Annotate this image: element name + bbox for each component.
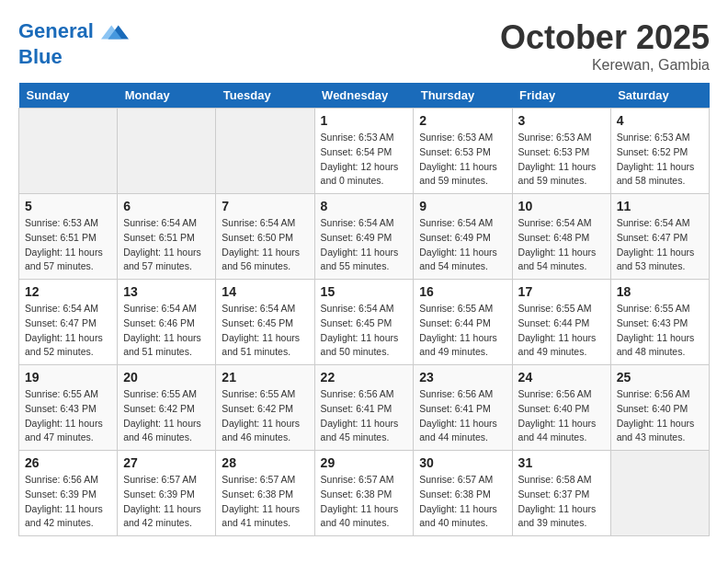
day-info: Sunrise: 6:54 AMSunset: 6:47 PMDaylight:… <box>25 302 111 360</box>
calendar-cell: 30Sunrise: 6:57 AMSunset: 6:38 PMDayligh… <box>414 451 512 536</box>
calendar-cell: 16Sunrise: 6:55 AMSunset: 6:44 PMDayligh… <box>414 280 512 365</box>
day-header-friday: Friday <box>512 83 610 109</box>
logo: General Blue <box>18 18 129 68</box>
week-row-5: 26Sunrise: 6:56 AMSunset: 6:39 PMDayligh… <box>19 451 710 536</box>
day-info: Sunrise: 6:55 AMSunset: 6:42 PMDaylight:… <box>222 387 308 445</box>
day-number: 4 <box>617 113 703 128</box>
calendar-cell: 26Sunrise: 6:56 AMSunset: 6:39 PMDayligh… <box>19 451 118 536</box>
calendar-cell: 4Sunrise: 6:53 AMSunset: 6:52 PMDaylight… <box>610 109 709 194</box>
calendar-cell: 2Sunrise: 6:53 AMSunset: 6:53 PMDaylight… <box>414 109 512 194</box>
calendar-cell: 5Sunrise: 6:53 AMSunset: 6:51 PMDaylight… <box>19 194 118 280</box>
logo-text: General Blue <box>18 18 129 68</box>
day-info: Sunrise: 6:56 AMSunset: 6:41 PMDaylight:… <box>321 387 408 445</box>
day-number: 13 <box>123 284 210 299</box>
day-number: 14 <box>222 284 308 299</box>
day-number: 29 <box>321 455 408 470</box>
day-number: 12 <box>25 284 111 299</box>
day-number: 6 <box>123 199 210 213</box>
day-number: 10 <box>518 199 605 213</box>
day-info: Sunrise: 6:55 AMSunset: 6:43 PMDaylight:… <box>617 302 703 360</box>
calendar-body: 1Sunrise: 6:53 AMSunset: 6:54 PMDaylight… <box>19 109 710 536</box>
calendar-cell: 21Sunrise: 6:55 AMSunset: 6:42 PMDayligh… <box>216 365 314 451</box>
week-row-1: 1Sunrise: 6:53 AMSunset: 6:54 PMDaylight… <box>19 109 710 194</box>
calendar-cell: 9Sunrise: 6:54 AMSunset: 6:49 PMDaylight… <box>414 194 512 280</box>
day-info: Sunrise: 6:53 AMSunset: 6:51 PMDaylight:… <box>25 216 111 274</box>
day-number: 15 <box>321 284 408 299</box>
day-header-thursday: Thursday <box>414 83 512 109</box>
day-info: Sunrise: 6:54 AMSunset: 6:49 PMDaylight:… <box>419 216 506 274</box>
day-info: Sunrise: 6:53 AMSunset: 6:52 PMDaylight:… <box>617 131 703 189</box>
day-number: 28 <box>222 455 308 470</box>
day-number: 11 <box>617 199 703 213</box>
day-number: 31 <box>518 455 605 470</box>
day-number: 18 <box>617 284 703 299</box>
day-info: Sunrise: 6:54 AMSunset: 6:47 PMDaylight:… <box>617 216 703 274</box>
day-number: 22 <box>321 370 408 385</box>
day-info: Sunrise: 6:57 AMSunset: 6:38 PMDaylight:… <box>222 473 308 531</box>
calendar-cell: 22Sunrise: 6:56 AMSunset: 6:41 PMDayligh… <box>314 365 414 451</box>
day-info: Sunrise: 6:56 AMSunset: 6:40 PMDaylight:… <box>518 387 605 445</box>
day-info: Sunrise: 6:53 AMSunset: 6:53 PMDaylight:… <box>419 131 506 189</box>
calendar-cell: 29Sunrise: 6:57 AMSunset: 6:38 PMDayligh… <box>314 451 414 536</box>
day-header-wednesday: Wednesday <box>314 83 414 109</box>
day-info: Sunrise: 6:54 AMSunset: 6:46 PMDaylight:… <box>123 302 210 360</box>
day-number: 21 <box>222 370 308 385</box>
day-number: 23 <box>419 370 506 385</box>
day-number: 24 <box>518 370 605 385</box>
month-title: October 2025 <box>500 18 710 57</box>
calendar-cell: 12Sunrise: 6:54 AMSunset: 6:47 PMDayligh… <box>19 280 118 365</box>
calendar-cell <box>19 109 118 194</box>
day-number: 16 <box>419 284 506 299</box>
calendar-cell: 25Sunrise: 6:56 AMSunset: 6:40 PMDayligh… <box>610 365 709 451</box>
day-number: 26 <box>25 455 111 470</box>
calendar-cell: 28Sunrise: 6:57 AMSunset: 6:38 PMDayligh… <box>216 451 314 536</box>
calendar-cell: 3Sunrise: 6:53 AMSunset: 6:53 PMDaylight… <box>512 109 610 194</box>
calendar-header-row: SundayMondayTuesdayWednesdayThursdayFrid… <box>19 83 710 109</box>
day-info: Sunrise: 6:54 AMSunset: 6:49 PMDaylight:… <box>321 216 408 274</box>
calendar-cell: 7Sunrise: 6:54 AMSunset: 6:50 PMDaylight… <box>216 194 314 280</box>
calendar-cell: 13Sunrise: 6:54 AMSunset: 6:46 PMDayligh… <box>118 280 216 365</box>
day-info: Sunrise: 6:56 AMSunset: 6:39 PMDaylight:… <box>25 473 111 531</box>
week-row-2: 5Sunrise: 6:53 AMSunset: 6:51 PMDaylight… <box>19 194 710 280</box>
calendar-cell: 17Sunrise: 6:55 AMSunset: 6:44 PMDayligh… <box>512 280 610 365</box>
calendar-cell: 18Sunrise: 6:55 AMSunset: 6:43 PMDayligh… <box>610 280 709 365</box>
calendar-cell: 24Sunrise: 6:56 AMSunset: 6:40 PMDayligh… <box>512 365 610 451</box>
day-info: Sunrise: 6:57 AMSunset: 6:38 PMDaylight:… <box>321 473 408 531</box>
calendar-cell: 1Sunrise: 6:53 AMSunset: 6:54 PMDaylight… <box>314 109 414 194</box>
day-info: Sunrise: 6:54 AMSunset: 6:51 PMDaylight:… <box>123 216 210 274</box>
page-header: General Blue October 2025 Kerewan, Gambi… <box>18 18 710 74</box>
day-info: Sunrise: 6:54 AMSunset: 6:45 PMDaylight:… <box>321 302 408 360</box>
calendar-table: SundayMondayTuesdayWednesdayThursdayFrid… <box>18 83 710 536</box>
day-info: Sunrise: 6:53 AMSunset: 6:54 PMDaylight:… <box>321 131 408 189</box>
location-subtitle: Kerewan, Gambia <box>500 57 710 74</box>
day-header-monday: Monday <box>118 83 216 109</box>
title-block: October 2025 Kerewan, Gambia <box>500 18 710 74</box>
day-info: Sunrise: 6:55 AMSunset: 6:44 PMDaylight:… <box>518 302 605 360</box>
calendar-cell <box>118 109 216 194</box>
calendar-cell: 6Sunrise: 6:54 AMSunset: 6:51 PMDaylight… <box>118 194 216 280</box>
calendar-cell: 31Sunrise: 6:58 AMSunset: 6:37 PMDayligh… <box>512 451 610 536</box>
day-number: 25 <box>617 370 703 385</box>
calendar-cell: 23Sunrise: 6:56 AMSunset: 6:41 PMDayligh… <box>414 365 512 451</box>
day-info: Sunrise: 6:54 AMSunset: 6:48 PMDaylight:… <box>518 216 605 274</box>
day-header-saturday: Saturday <box>610 83 709 109</box>
day-number: 3 <box>518 113 605 128</box>
day-header-tuesday: Tuesday <box>216 83 314 109</box>
calendar-cell: 14Sunrise: 6:54 AMSunset: 6:45 PMDayligh… <box>216 280 314 365</box>
day-number: 2 <box>419 113 506 128</box>
day-info: Sunrise: 6:57 AMSunset: 6:38 PMDaylight:… <box>419 473 506 531</box>
calendar-cell: 19Sunrise: 6:55 AMSunset: 6:43 PMDayligh… <box>19 365 118 451</box>
day-header-sunday: Sunday <box>19 83 118 109</box>
calendar-cell: 11Sunrise: 6:54 AMSunset: 6:47 PMDayligh… <box>610 194 709 280</box>
day-number: 1 <box>321 113 408 128</box>
day-number: 9 <box>419 199 506 213</box>
calendar-cell: 15Sunrise: 6:54 AMSunset: 6:45 PMDayligh… <box>314 280 414 365</box>
day-info: Sunrise: 6:53 AMSunset: 6:53 PMDaylight:… <box>518 131 605 189</box>
day-info: Sunrise: 6:55 AMSunset: 6:42 PMDaylight:… <box>123 387 210 445</box>
day-number: 27 <box>123 455 210 470</box>
day-info: Sunrise: 6:58 AMSunset: 6:37 PMDaylight:… <box>518 473 605 531</box>
week-row-3: 12Sunrise: 6:54 AMSunset: 6:47 PMDayligh… <box>19 280 710 365</box>
day-number: 8 <box>321 199 408 213</box>
calendar-cell: 20Sunrise: 6:55 AMSunset: 6:42 PMDayligh… <box>118 365 216 451</box>
calendar-cell <box>216 109 314 194</box>
